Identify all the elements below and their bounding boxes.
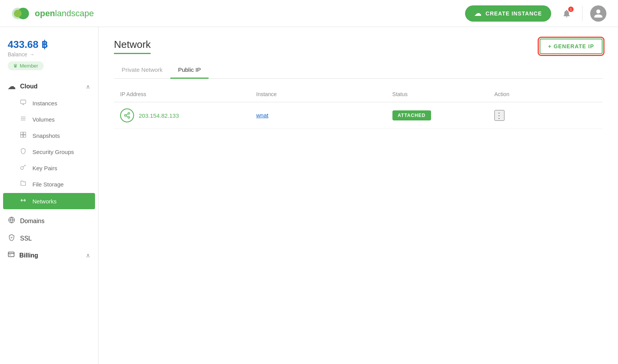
svg-line-15 bbox=[25, 165, 25, 166]
cloud-section-header[interactable]: ☁ Cloud ∧ bbox=[0, 78, 98, 95]
logo-text: openlandscape bbox=[35, 8, 94, 19]
svg-point-24 bbox=[128, 117, 130, 119]
billing-section-title: Billing bbox=[8, 251, 38, 260]
balance-section: 433.68 ฿ Balance → ♛ Member bbox=[0, 35, 98, 78]
sidebar: 433.68 ฿ Balance → ♛ Member ☁ Cloud ∧ bbox=[0, 27, 98, 364]
domains-icon bbox=[8, 217, 15, 225]
svg-point-22 bbox=[128, 113, 130, 115]
volumes-icon bbox=[19, 115, 27, 123]
ssl-icon bbox=[8, 234, 15, 243]
svg-point-13 bbox=[20, 167, 23, 169]
sidebar-items: Instances Volumes Snapshots Security Gro… bbox=[0, 95, 98, 209]
main-area: Network + GENERATE IP Private Network Pu… bbox=[98, 27, 618, 364]
action-menu-button[interactable]: ⋮ bbox=[494, 110, 504, 121]
sidebar-item-ssl[interactable]: SSL bbox=[0, 230, 98, 247]
svg-rect-3 bbox=[20, 100, 25, 103]
user-icon bbox=[593, 8, 603, 19]
svg-line-26 bbox=[126, 114, 128, 115]
balance-arrow-icon: → bbox=[29, 51, 35, 58]
crown-icon: ♛ bbox=[13, 63, 18, 69]
svg-rect-10 bbox=[24, 132, 26, 134]
col-ip-address: IP Address bbox=[120, 91, 256, 97]
generate-ip-button[interactable]: + GENERATE IP bbox=[540, 39, 603, 54]
topnav: openlandscape ☁ CREATE INSTANCE 1 bbox=[0, 0, 618, 27]
security-groups-icon bbox=[19, 148, 27, 156]
svg-rect-11 bbox=[20, 135, 23, 137]
balance-amount: 433.68 ฿ bbox=[8, 39, 90, 51]
sidebar-item-key-pairs[interactable]: Key Pairs bbox=[0, 160, 98, 176]
nav-divider bbox=[582, 6, 582, 21]
network-tabs: Private Network Public IP bbox=[114, 62, 603, 79]
svg-point-2 bbox=[14, 10, 22, 17]
billing-chevron-icon: ∧ bbox=[86, 252, 90, 259]
ip-address: 203.154.82.133 bbox=[139, 112, 179, 119]
cloud-section-title: ☁ Cloud bbox=[8, 82, 37, 91]
status-cell: ATTACHED bbox=[392, 110, 494, 120]
page-title: Network bbox=[114, 39, 151, 54]
balance-label[interactable]: Balance → bbox=[8, 51, 90, 58]
topnav-right: ☁ CREATE INSTANCE 1 bbox=[465, 5, 606, 22]
svg-line-25 bbox=[126, 116, 128, 117]
file-storage-icon bbox=[19, 180, 27, 188]
notification-badge: 1 bbox=[568, 7, 574, 12]
cloud-chevron-icon: ∧ bbox=[86, 83, 90, 90]
action-cell: ⋮ bbox=[494, 110, 596, 121]
layout: 433.68 ฿ Balance → ♛ Member ☁ Cloud ∧ bbox=[0, 27, 618, 364]
instance-cell: wnat bbox=[256, 112, 392, 119]
logo-icon bbox=[12, 7, 32, 20]
ip-share-icon bbox=[120, 108, 134, 122]
svg-rect-19 bbox=[8, 252, 14, 257]
billing-icon bbox=[8, 251, 15, 260]
tab-public-ip[interactable]: Public IP bbox=[170, 62, 209, 79]
create-instance-button[interactable]: ☁ CREATE INSTANCE bbox=[465, 5, 551, 22]
key-pairs-icon bbox=[19, 164, 27, 172]
sidebar-item-snapshots[interactable]: Snapshots bbox=[0, 127, 98, 144]
instance-link[interactable]: wnat bbox=[256, 112, 268, 119]
sidebar-item-instances[interactable]: Instances bbox=[0, 95, 98, 111]
sidebar-item-domains[interactable]: Domains bbox=[0, 212, 98, 230]
user-avatar[interactable] bbox=[590, 5, 606, 22]
share-icon bbox=[124, 112, 131, 119]
svg-rect-12 bbox=[24, 135, 26, 137]
sidebar-item-security-groups[interactable]: Security Groups bbox=[0, 144, 98, 160]
col-action: Action bbox=[494, 91, 596, 97]
svg-rect-9 bbox=[20, 132, 23, 134]
instances-icon bbox=[19, 99, 27, 107]
cloud-icon: ☁ bbox=[474, 9, 482, 18]
member-badge: ♛ Member bbox=[8, 61, 44, 70]
ip-table: IP Address Instance Status Action bbox=[114, 86, 603, 129]
page-title-wrap: Network bbox=[114, 39, 151, 54]
col-status: Status bbox=[392, 91, 494, 97]
networks-icon bbox=[19, 197, 27, 205]
cloud-section-icon: ☁ bbox=[8, 82, 15, 91]
sidebar-item-volumes[interactable]: Volumes bbox=[0, 111, 98, 127]
tab-private-network[interactable]: Private Network bbox=[114, 62, 170, 79]
notifications-button[interactable]: 1 bbox=[559, 6, 574, 21]
logo[interactable]: openlandscape bbox=[12, 7, 94, 20]
table-row: 203.154.82.133 wnat ATTACHED ⋮ bbox=[114, 102, 603, 129]
main-content: Network + GENERATE IP Private Network Pu… bbox=[98, 27, 618, 364]
ip-cell: 203.154.82.133 bbox=[120, 108, 256, 122]
status-badge: ATTACHED bbox=[392, 110, 431, 120]
snapshots-icon bbox=[19, 132, 27, 139]
sidebar-item-file-storage[interactable]: File Storage bbox=[0, 176, 98, 192]
col-instance: Instance bbox=[256, 91, 392, 97]
sidebar-item-networks[interactable]: Networks bbox=[3, 193, 95, 209]
billing-section-header[interactable]: Billing ∧ bbox=[0, 247, 98, 264]
table-header: IP Address Instance Status Action bbox=[114, 86, 603, 102]
page-header: Network + GENERATE IP bbox=[114, 39, 603, 54]
svg-line-14 bbox=[23, 165, 25, 167]
svg-point-23 bbox=[124, 115, 126, 117]
